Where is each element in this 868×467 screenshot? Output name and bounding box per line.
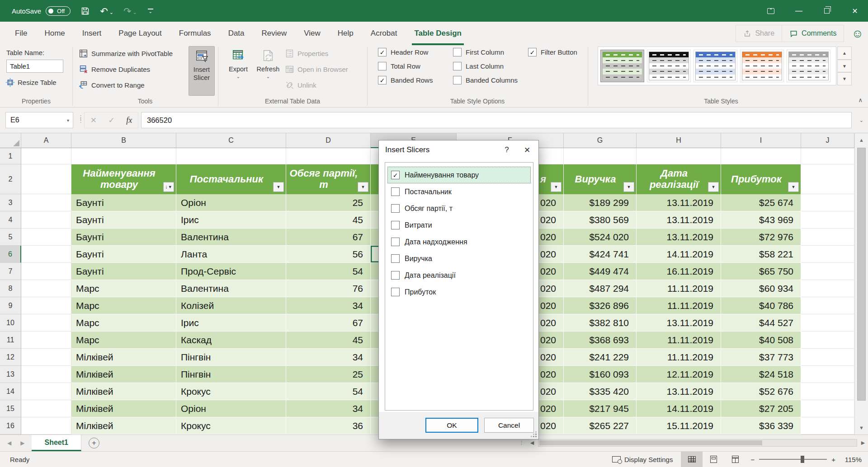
table-style-gray[interactable] [787,50,830,82]
table-name-input[interactable] [6,60,63,73]
cell-profit-16[interactable]: $36 339 [721,417,801,434]
remove-duplicates-button[interactable]: Remove Duplicates [79,65,150,74]
insert-slicer-button[interactable]: Insert Slicer [189,46,215,96]
cell-sale-date-13[interactable]: 12.11.2019 [637,366,721,383]
cell-A1[interactable] [21,148,71,164]
scroll-down-button[interactable]: ▼ [855,421,868,434]
name-box[interactable]: E6 ▾ [5,112,73,128]
page-break-view-button[interactable] [724,452,746,467]
cell-sale-date-6[interactable]: 14.11.2019 [637,246,721,263]
cell-profit-10[interactable]: $44 527 [721,314,801,332]
cell-J1[interactable] [801,148,854,164]
vertical-scrollbar-thumb[interactable] [857,148,866,401]
cell-sale-date-9[interactable]: 11.11.2019 [637,297,721,314]
header-volume[interactable]: Обсяг партії, т▼ [286,164,371,194]
horizontal-scrollbar[interactable]: ⋮ ◀ ▶ [519,434,868,451]
column-header-H[interactable]: H [637,133,721,148]
tab-data[interactable]: Data [220,22,253,45]
comments-button[interactable]: Comments [782,25,844,42]
filter-button[interactable]: ▼ [358,182,368,192]
row-header-6[interactable]: 6 [0,246,21,263]
cell-A6[interactable] [21,246,71,263]
cell-volume-12[interactable]: 34 [286,349,371,366]
display-settings-button[interactable]: Display Settings [604,456,681,463]
cell-J3[interactable] [801,194,854,211]
cell-volume-11[interactable]: 45 [286,332,371,349]
column-header-D[interactable]: D [286,133,371,148]
slicer-option-найменування-товару[interactable]: ✓Найменування товару [387,167,531,183]
row-header-9[interactable]: 9 [0,297,21,314]
tab-acrobat[interactable]: Acrobat [362,22,406,45]
filter-button[interactable]: ▼ [551,182,561,192]
cell-A16[interactable] [21,417,71,434]
cell-G1[interactable] [564,148,637,164]
header-profit[interactable]: Прибуток▼ [721,164,801,194]
cell-B1[interactable] [71,148,176,164]
cell-supplier-9[interactable]: Колізей [176,297,286,314]
cell-sale-date-5[interactable]: 13.11.2019 [637,229,721,246]
cell-supplier-3[interactable]: Оріон [176,194,286,211]
feedback-smiley-icon[interactable]: ☺ [851,27,863,41]
cell-sale-date-4[interactable]: 13.11.2019 [637,211,721,229]
cell-A13[interactable] [21,366,71,383]
slicer-option-обсяг-партії-т[interactable]: Обсяг партії, т [387,200,531,217]
cell-profit-6[interactable]: $58 221 [721,246,801,263]
cell-revenue-5[interactable]: $524 020 [564,229,637,246]
row-header-2[interactable]: 2 [0,164,21,194]
cell-H1[interactable] [637,148,721,164]
save-button[interactable] [80,6,90,16]
cell-J10[interactable] [801,314,854,332]
cell-J7[interactable] [801,263,854,280]
sheet-tab-sheet1[interactable]: Sheet1 [32,435,81,451]
header-product[interactable]: Найменування товару↓▼ [71,164,176,194]
gallery-scroll-down-button[interactable]: ▼ [837,60,852,73]
hscroll-left-icon[interactable]: ◀ [527,440,537,446]
dialog-resize-grip[interactable] [531,431,537,437]
slicer-option-виручка[interactable]: Виручка [387,250,531,267]
refresh-button[interactable]: Refresh ⌄ [255,46,281,96]
cell-product-6[interactable]: Баунті [71,246,176,263]
cell-J2[interactable] [801,164,854,194]
cell-supplier-7[interactable]: Прод-Сервіс [176,263,286,280]
cell-profit-12[interactable]: $37 773 [721,349,801,366]
cell-J13[interactable] [801,366,854,383]
cell-profit-5[interactable]: $72 976 [721,229,801,246]
cell-J5[interactable] [801,229,854,246]
row-header-15[interactable]: 15 [0,400,21,417]
checkbox-filter-button[interactable]: ✓Filter Button [528,48,597,56]
cell-A10[interactable] [21,314,71,332]
cancel-button[interactable]: Cancel [484,418,534,433]
cell-J9[interactable] [801,297,854,314]
restore-button[interactable] [816,2,837,20]
cell-J4[interactable] [801,211,854,229]
cell-sale-date-7[interactable]: 16.11.2019 [637,263,721,280]
collapse-ribbon-button[interactable]: ∧ [858,97,863,103]
header-supplier[interactable]: Постачальник▼ [176,164,286,194]
cell-A2[interactable] [21,164,71,194]
cell-volume-5[interactable]: 67 [286,229,371,246]
cell-product-9[interactable]: Марс [71,297,176,314]
checkbox-banded-columns[interactable]: Banded Columns [453,76,522,84]
cell-volume-3[interactable]: 25 [286,194,371,211]
insert-function-icon[interactable]: fx [126,116,132,125]
cell-supplier-4[interactable]: Ірис [176,211,286,229]
cell-A9[interactable] [21,297,71,314]
cell-profit-13[interactable]: $24 518 [721,366,801,383]
cell-product-8[interactable]: Марс [71,280,176,297]
cell-sale-date-8[interactable]: 11.11.2019 [637,280,721,297]
dialog-help-button[interactable]: ? [498,145,516,154]
sheet-nav-left-icon[interactable]: ◀ [7,440,11,446]
cell-product-3[interactable]: Баунті [71,194,176,211]
row-header-1[interactable]: 1 [0,148,21,164]
cell-volume-6[interactable]: 56 [286,246,371,263]
cell-J8[interactable] [801,280,854,297]
close-button[interactable]: ✕ [844,2,865,20]
cell-sale-date-10[interactable]: 13.11.2019 [637,314,721,332]
tab-home[interactable]: Home [36,22,73,45]
row-header-11[interactable]: 11 [0,332,21,349]
checkbox-header-row[interactable]: ✓Header Row [378,48,447,56]
row-header-4[interactable]: 4 [0,211,21,229]
zoom-slider[interactable] [759,459,827,460]
cell-product-7[interactable]: Баунті [71,263,176,280]
tab-help[interactable]: Help [329,22,362,45]
